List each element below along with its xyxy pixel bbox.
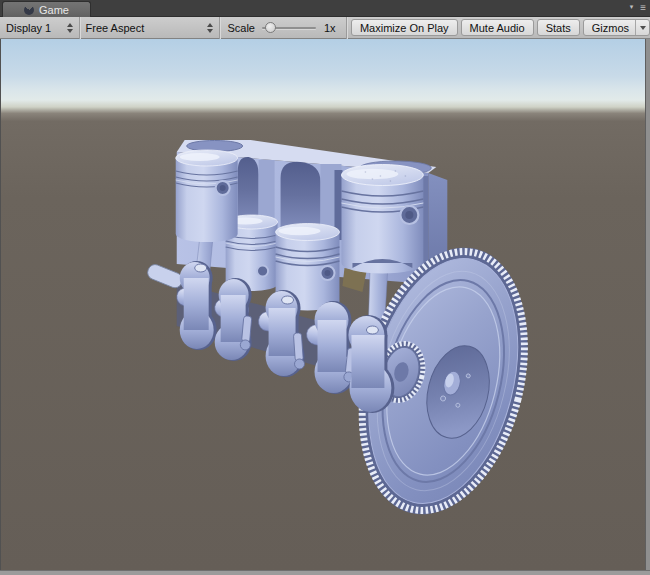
- updown-arrows-icon: [59, 23, 73, 33]
- game-view-icon: [24, 5, 34, 15]
- scale-slider-knob[interactable]: [265, 22, 276, 33]
- gizmos-label: Gizmos: [592, 22, 629, 34]
- scale-group: Scale 1x: [220, 17, 346, 39]
- engine-render: [1, 39, 645, 570]
- game-viewport[interactable]: [0, 39, 645, 570]
- mute-audio-label: Mute Audio: [470, 22, 525, 34]
- scale-value: 1x: [324, 22, 340, 34]
- crank-pulley-stub: [146, 262, 185, 289]
- scale-slider[interactable]: [262, 22, 316, 34]
- aspect-dropdown-value: Free Aspect: [86, 22, 145, 34]
- gizmos-button[interactable]: Gizmos: [583, 19, 650, 36]
- tab-bar: Game ▾ ≡: [0, 0, 650, 17]
- aspect-ratio-dropdown[interactable]: Free Aspect: [80, 17, 220, 39]
- maximize-on-play-button[interactable]: Maximize On Play: [351, 19, 458, 36]
- maximize-on-play-label: Maximize On Play: [360, 22, 449, 34]
- gizmos-dropdown-arrow-icon[interactable]: [635, 20, 649, 35]
- tab-game-label: Game: [39, 4, 69, 16]
- panel-menu-list-icon: ≡: [640, 3, 646, 13]
- updown-arrows-icon: [199, 23, 213, 33]
- mute-audio-button[interactable]: Mute Audio: [461, 19, 534, 36]
- tab-game[interactable]: Game: [2, 1, 91, 17]
- toolbar-separator: [346, 17, 347, 39]
- display-dropdown[interactable]: Display 1: [0, 17, 79, 39]
- display-dropdown-value: Display 1: [6, 22, 51, 34]
- game-view-toolbar: Display 1 Free Aspect Scale 1x Maximize …: [0, 17, 650, 39]
- stats-button[interactable]: Stats: [537, 19, 580, 36]
- panel-menu-button[interactable]: ▾ ≡: [624, 1, 646, 15]
- panel-menu-dropdown-icon: ▾: [624, 0, 640, 18]
- stats-label: Stats: [546, 22, 571, 34]
- window-border-right: [645, 39, 650, 570]
- scale-label: Scale: [227, 22, 255, 34]
- window-border-bottom: [0, 570, 650, 575]
